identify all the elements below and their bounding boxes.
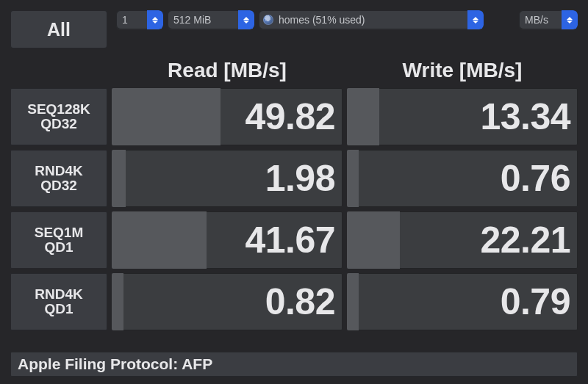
read-result-cell: 0.82	[112, 273, 343, 330]
write-bar-fill	[347, 88, 379, 145]
result-row: RND4KQD321.980.76	[10, 150, 578, 207]
run-test-button-3[interactable]: RND4KQD1	[10, 273, 107, 330]
write-value: 13.34	[480, 95, 570, 138]
result-row: SEQ1MQD141.6722.21	[10, 211, 578, 269]
read-bar-fill	[112, 273, 123, 330]
chevron-up-down-icon	[238, 10, 254, 29]
unit-value: MB/s	[519, 14, 562, 26]
read-column-header: Read [MB/s]	[112, 59, 343, 82]
write-result-cell: 22.21	[347, 211, 578, 269]
test-name: RND4K	[35, 287, 82, 302]
chevron-up-down-icon	[147, 10, 163, 29]
read-bar-fill	[112, 88, 220, 145]
read-bar-fill	[112, 211, 207, 269]
queue-depth: QD32	[40, 117, 77, 131]
test-name: SEQ1M	[35, 225, 84, 240]
unit-select[interactable]: MB/s	[519, 10, 578, 29]
run-test-button-0[interactable]: SEQ128KQD32	[10, 88, 107, 145]
write-column-header: Write [MB/s]	[347, 59, 578, 82]
iteration-count-select[interactable]: 1	[116, 10, 163, 29]
write-bar-fill	[347, 150, 359, 207]
result-row: SEQ128KQD3249.8213.34	[10, 88, 578, 145]
write-bar-fill	[347, 211, 400, 269]
read-value: 49.82	[245, 95, 335, 138]
run-all-label: All	[47, 19, 71, 40]
queue-depth: QD32	[40, 178, 77, 193]
block-size-value: 512 MiB	[168, 14, 238, 26]
iteration-count-value: 1	[116, 14, 147, 26]
write-value: 0.79	[501, 280, 570, 323]
read-result-cell: 1.98	[112, 150, 343, 207]
chevron-up-down-icon	[562, 10, 578, 29]
write-value: 0.76	[501, 157, 570, 200]
queue-depth: QD1	[44, 302, 73, 316]
read-value: 41.67	[245, 219, 335, 261]
read-result-cell: 41.67	[112, 211, 343, 269]
block-size-select[interactable]: 512 MiB	[168, 10, 254, 29]
write-result-cell: 0.76	[347, 150, 578, 207]
test-name: RND4K	[35, 164, 82, 178]
write-result-cell: 13.34	[347, 88, 578, 145]
run-all-button[interactable]: All	[10, 10, 107, 48]
write-result-cell: 0.79	[347, 273, 578, 330]
protocol-label: Apple Filing Protocol: AFP	[18, 355, 212, 373]
read-value: 0.82	[265, 280, 335, 323]
test-name: SEQ128K	[27, 102, 90, 117]
queue-depth: QD1	[44, 240, 73, 255]
run-test-button-2[interactable]: SEQ1MQD1	[10, 211, 107, 269]
chevron-up-down-icon	[467, 10, 484, 29]
target-disk-select[interactable]: homes (51% used)	[259, 10, 484, 29]
target-disk-value: homes (51% used)	[279, 14, 467, 26]
write-bar-fill	[347, 273, 359, 330]
read-value: 1.98	[265, 157, 335, 200]
read-bar-fill	[112, 150, 126, 207]
run-test-button-1[interactable]: RND4KQD32	[10, 150, 107, 207]
network-volume-icon	[263, 15, 273, 25]
write-value: 22.21	[480, 219, 570, 261]
read-result-cell: 49.82	[112, 88, 343, 145]
protocol-footer: Apple Filing Protocol: AFP	[10, 352, 578, 377]
result-row: RND4KQD10.820.79	[10, 273, 578, 330]
